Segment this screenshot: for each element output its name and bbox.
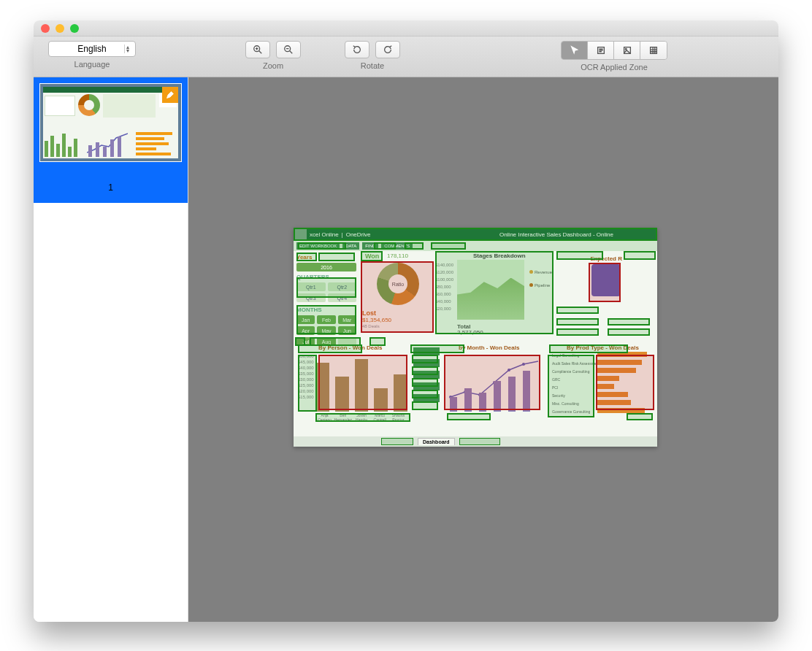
year-button: 2016 (296, 263, 356, 271)
ocr-zone[interactable] (624, 251, 656, 260)
thumb-edit-icon (162, 87, 178, 103)
svg-point-12 (625, 48, 627, 50)
zoom-label: Zoom (263, 61, 283, 70)
ocr-zone[interactable] (298, 242, 346, 250)
main-area: 1 xcel Online | OneDrive Online Interact… (34, 77, 778, 622)
ocr-zone[interactable] (298, 344, 362, 353)
ocr-zone-image[interactable] (361, 261, 434, 333)
won-value: 178,110 (387, 253, 408, 259)
ocr-zone-image[interactable] (596, 355, 654, 410)
ocr-zone[interactable] (447, 413, 491, 420)
thumbnail-selected[interactable]: 1 (34, 77, 188, 203)
table-zone-icon (648, 45, 659, 55)
zoom-out-icon (283, 45, 294, 55)
maximize-window-button[interactable] (70, 24, 79, 33)
svg-line-5 (290, 51, 293, 54)
preview-canvas[interactable]: xcel Online | OneDrive Online Interactiv… (188, 77, 778, 622)
ocr-zone[interactable] (296, 277, 356, 298)
zoom-in-icon (253, 45, 263, 55)
app-window: English ▴▾ Language Zoom (34, 20, 778, 622)
svg-line-1 (259, 51, 262, 54)
ocr-zone[interactable] (381, 438, 413, 445)
svg-rect-18 (88, 145, 92, 157)
ocr-zone[interactable] (556, 328, 599, 336)
ocr-zone[interactable] (627, 413, 653, 420)
ocr-zone[interactable] (405, 242, 424, 250)
zoom-in-button[interactable] (245, 41, 270, 58)
ocr-zone[interactable] (361, 251, 383, 261)
svg-rect-20 (103, 147, 107, 157)
dashboard-body: Years 2016 QUARTERS Qtr1 Qtr2 Qtr3 Qtr4 … (294, 251, 657, 436)
ocr-zone[interactable] (608, 328, 650, 336)
ocr-zone[interactable] (315, 413, 410, 422)
ocr-zone-label: OCR Applied Zone (581, 63, 648, 72)
document-preview: xcel Online | OneDrive Online Interactiv… (294, 228, 657, 447)
ocr-zone-table-button[interactable] (640, 42, 667, 59)
ocr-zone-segmented (561, 41, 667, 60)
ocr-zone[interactable] (410, 344, 464, 353)
titlebar (34, 20, 778, 36)
ocr-zone-image[interactable] (444, 355, 540, 410)
thumb-donut-icon (78, 94, 100, 116)
rotate-group: Rotate (345, 41, 400, 70)
ocr-zone-text-button[interactable] (588, 42, 614, 59)
rotate-label: Rotate (361, 61, 384, 70)
ocr-zone[interactable] (608, 318, 650, 326)
svg-rect-13 (651, 47, 657, 54)
rotate-left-button[interactable] (345, 41, 369, 58)
ocr-zone-image[interactable] (589, 263, 621, 302)
ocr-zone[interactable] (431, 242, 466, 250)
language-value: English (77, 44, 106, 54)
by-month-title: by Month - Won Deals (459, 344, 519, 351)
ocr-zone-image[interactable] (318, 355, 407, 410)
language-select[interactable]: English ▴▾ (48, 41, 136, 57)
ocr-zone[interactable] (412, 355, 438, 363)
minimize-window-button[interactable] (55, 24, 64, 33)
thumbnail-sidebar: 1 (34, 77, 188, 622)
ocr-zone[interactable] (412, 401, 438, 410)
ocr-zone-pointer-button[interactable] (562, 42, 588, 59)
ocr-zone[interactable] (556, 251, 603, 260)
ocr-zone[interactable] (459, 438, 500, 445)
ocr-zone[interactable] (435, 251, 554, 334)
ocr-zone[interactable] (556, 307, 599, 314)
svg-rect-21 (110, 139, 114, 157)
excel-ribbon: EDIT WORKBOOK DATA FIND COMMENTS (294, 241, 657, 251)
ocr-zone[interactable] (374, 242, 396, 250)
rotate-left-icon (352, 45, 362, 55)
ocr-zone-image-button[interactable] (614, 42, 640, 59)
text-zone-icon (596, 45, 606, 55)
sheet-tab-dashboard: Dashboard (418, 438, 455, 445)
ocr-zone[interactable] (318, 253, 355, 261)
ocr-zone[interactable] (296, 253, 317, 261)
toolbar: English ▴▾ Language Zoom (34, 36, 778, 77)
zoom-out-button[interactable] (276, 41, 301, 58)
ocr-zone[interactable] (412, 366, 438, 375)
sheet-tabs: Dashboard (294, 436, 657, 447)
page-thumbnail (39, 83, 182, 162)
svg-rect-19 (96, 142, 99, 157)
ocr-zone[interactable] (412, 378, 438, 387)
ocr-zone[interactable] (556, 318, 599, 326)
page-number: 1 (39, 182, 182, 193)
zoom-group: Zoom (245, 41, 301, 70)
close-window-button[interactable] (41, 24, 50, 33)
ocr-zone[interactable] (298, 355, 317, 412)
rotate-right-icon (383, 45, 393, 55)
svg-rect-22 (118, 136, 121, 157)
ocr-zone[interactable] (548, 355, 594, 417)
image-zone-icon (622, 45, 632, 55)
ocr-zone-group: OCR Applied Zone (561, 41, 667, 72)
dropdown-arrows-icon: ▴▾ (126, 45, 129, 53)
ocr-zone-header[interactable] (294, 228, 657, 241)
language-label: Language (74, 60, 110, 69)
pointer-icon (570, 45, 580, 55)
ocr-zone[interactable] (296, 305, 356, 334)
rotate-right-button[interactable] (375, 41, 400, 58)
ocr-zone[interactable] (412, 390, 438, 398)
language-group: English ▴▾ Language (48, 41, 136, 69)
ocr-zone[interactable] (549, 344, 628, 353)
